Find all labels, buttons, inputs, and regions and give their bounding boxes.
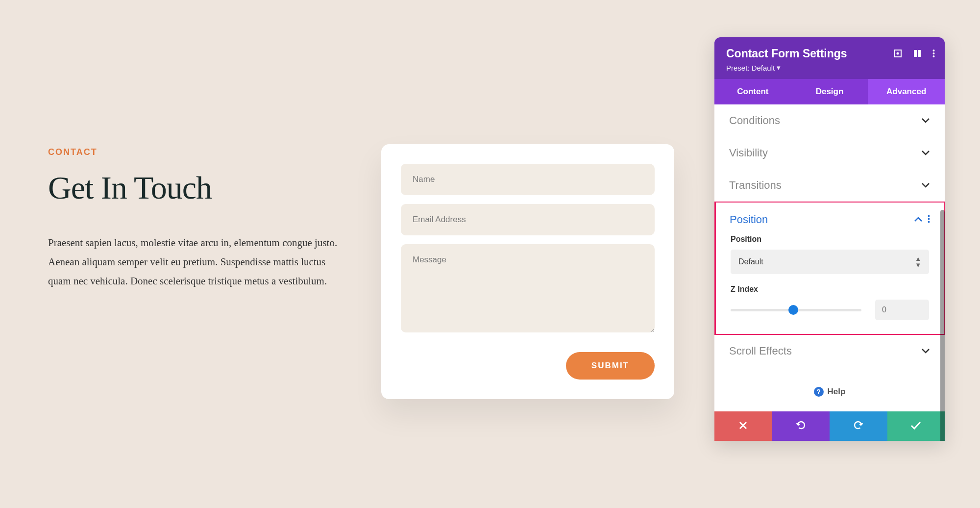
- svg-point-4: [933, 50, 935, 51]
- chevron-down-icon: [921, 116, 930, 125]
- contact-form-card: SUBMIT: [381, 144, 674, 399]
- panel-footer: [714, 411, 945, 441]
- tab-advanced[interactable]: Advanced: [868, 79, 945, 104]
- position-field-label: Position: [731, 235, 929, 244]
- svg-point-5: [933, 52, 935, 54]
- undo-icon: [795, 420, 806, 433]
- expand-icon[interactable]: [893, 49, 902, 58]
- redo-button[interactable]: [830, 411, 887, 441]
- body-paragraph: Praesent sapien lacus, molestie vitae ar…: [48, 233, 347, 291]
- section-title: Transitions: [729, 179, 782, 192]
- scrollbar[interactable]: [940, 210, 945, 441]
- close-button[interactable]: [714, 411, 772, 441]
- chevron-down-icon: [921, 149, 930, 157]
- section-title: Scroll Effects: [729, 345, 792, 357]
- panel-header: Contact Form Settings Preset: Default ▾: [714, 37, 945, 79]
- section-title: Visibility: [729, 147, 768, 159]
- section-position-expanded: Position Position Default ▲▼ Z Index: [714, 202, 945, 335]
- svg-point-8: [928, 218, 930, 220]
- section-position-header[interactable]: Position: [716, 203, 944, 230]
- section-title: Conditions: [729, 114, 780, 127]
- section-transitions[interactable]: Transitions: [714, 169, 945, 202]
- kebab-menu-icon[interactable]: [932, 49, 935, 58]
- zindex-slider[interactable]: [731, 309, 861, 311]
- message-textarea[interactable]: [401, 244, 655, 332]
- email-input[interactable]: [401, 204, 655, 235]
- redo-icon: [853, 420, 864, 433]
- submit-button[interactable]: SUBMIT: [566, 352, 655, 380]
- section-visibility[interactable]: Visibility: [714, 137, 945, 169]
- help-link[interactable]: ? Help: [714, 367, 945, 411]
- chevron-down-icon: [921, 347, 930, 356]
- position-select-value: Default: [738, 257, 763, 266]
- name-input[interactable]: [401, 164, 655, 195]
- caret-down-icon: ▾: [777, 63, 781, 72]
- section-conditions[interactable]: Conditions: [714, 104, 945, 137]
- zindex-value-input[interactable]: [875, 300, 929, 320]
- help-label: Help: [828, 387, 846, 397]
- preset-dropdown[interactable]: Preset: Default ▾: [726, 63, 933, 72]
- tab-design[interactable]: Design: [791, 79, 868, 104]
- svg-point-9: [928, 221, 930, 223]
- zindex-field-label: Z Index: [731, 285, 929, 294]
- close-icon: [739, 421, 747, 432]
- position-select[interactable]: Default ▲▼: [731, 250, 929, 274]
- confirm-button[interactable]: [887, 411, 945, 441]
- slider-thumb[interactable]: [788, 305, 798, 315]
- svg-rect-3: [918, 50, 921, 57]
- section-scroll-effects[interactable]: Scroll Effects: [714, 335, 945, 367]
- chevron-up-icon: [914, 215, 923, 224]
- kebab-menu-icon[interactable]: [928, 215, 930, 225]
- columns-icon[interactable]: [913, 49, 922, 58]
- preset-label: Preset: Default: [726, 64, 775, 72]
- tabs-row: Content Design Advanced: [714, 79, 945, 104]
- svg-point-6: [933, 55, 935, 57]
- svg-point-7: [928, 215, 930, 217]
- page-heading: Get In Touch: [48, 169, 352, 206]
- check-icon: [910, 421, 921, 432]
- undo-button[interactable]: [772, 411, 830, 441]
- svg-rect-2: [914, 50, 917, 57]
- help-icon: ?: [814, 387, 824, 397]
- section-title: Position: [730, 213, 768, 226]
- tab-content[interactable]: Content: [714, 79, 791, 104]
- settings-panel: Contact Form Settings Preset: Default ▾ …: [714, 37, 945, 441]
- select-caret-icon: ▲▼: [915, 255, 921, 268]
- svg-point-1: [897, 53, 899, 54]
- chevron-down-icon: [921, 181, 930, 190]
- section-eyebrow: CONTACT: [48, 147, 352, 157]
